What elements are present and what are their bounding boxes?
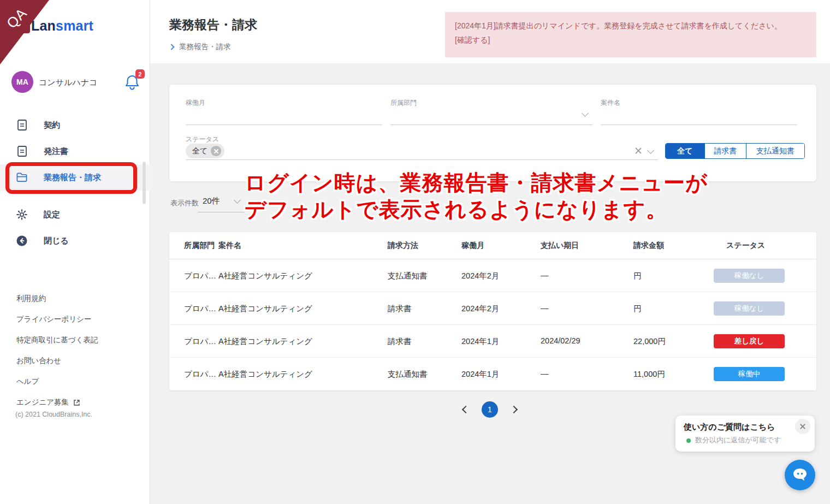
folder-icon [16,172,27,183]
project-name-label: 案件名 [601,98,620,108]
status-badge: 稼働中 [714,367,785,381]
cell-due-date: ― [541,304,549,312]
sidebar-menu: 契約 発注書 業務報告・請求 設定 [0,112,150,254]
sidebar-item-settings[interactable]: 設定 [0,201,150,228]
link-help[interactable]: ヘルプ [16,377,98,387]
cell-amount: 11,000円 [633,369,665,380]
doc-type-payment-notice-button[interactable]: 支払通知書 [746,144,804,158]
user-row: MA コンサルハナコ 2 [0,71,150,96]
cell-project: A社経営コンサルティング [218,336,312,347]
sidebar-item-close[interactable]: 閉じる [0,228,150,254]
status-badge: 差し戻し [714,334,785,348]
chat-tooltip-title: 使い方のご質問はこちら [684,422,775,432]
chat-tooltip[interactable]: 使い方のご質問はこちら 数分以内に返信が可能です [675,416,815,452]
chip-remove-icon[interactable] [211,146,221,156]
table-row[interactable]: プロパ… A社経営コンサルティング 支払通知書 2024年2月 ― 円 稼働なし [169,259,816,292]
notification-bell[interactable]: 2 [124,73,143,93]
col-amount: 請求金額 [633,241,664,251]
next-page-icon[interactable] [510,406,518,413]
per-page-chevron-down-icon[interactable] [234,197,241,204]
cell-project: A社経営コンサルティング [218,369,312,380]
avatar[interactable]: MA [11,71,33,93]
status-chip-label: 全て [192,146,208,156]
chat-launcher-button[interactable] [785,460,815,490]
sidebar-item-contract[interactable]: 契約 [0,112,150,138]
table-row[interactable]: プロパ… A社経営コンサルティング 請求書 2024年2月 ― 円 稼働なし [169,292,816,325]
sidebar-scrollbar[interactable] [143,162,146,204]
department-label: 所属部門 [390,98,417,108]
cell-method: 支払通知書 [388,271,428,281]
sidebar: Lansmart QA MA コンサルハナコ 2 契約 [0,0,150,504]
external-link-icon [73,399,80,406]
status-badge: 稼働なし [714,301,785,316]
link-commercial-transactions[interactable]: 特定商取引に基づく表記 [16,335,98,345]
brand-logo[interactable]: Lansmart [31,18,93,34]
gear-icon [16,209,27,220]
previous-page-icon[interactable] [462,406,470,413]
link-privacy-policy[interactable]: プライバシーポリシー [16,315,98,324]
page-title: 業務報告・請求 [169,16,257,33]
doc-type-all-button[interactable]: 全て [666,144,705,158]
cell-department: プロパ… [184,336,216,347]
sidebar-item-label: 設定 [44,210,60,220]
status-clear-icon[interactable] [635,147,642,155]
sidebar-item-purchase-order[interactable]: 発注書 [0,138,150,164]
reminder-banner: [2024年1月]請求書提出のリマインドです。業務登録を完成させて請求書を作成し… [445,12,816,57]
status-label: ステータス [186,135,219,144]
table-header-row: 所属部門 案件名 請求方法 稼働月 支払い期日 請求金額 ステータス [169,232,816,259]
chat-tooltip-subtitle: 数分以内に返信が可能です [695,435,781,445]
cell-amount: 22,000円 [633,336,666,347]
breadcrumb-item[interactable]: 業務報告・請求 [179,42,231,52]
per-page-select[interactable]: 20件 [203,196,220,206]
chat-tooltip-close-icon[interactable] [795,419,810,434]
cell-month: 2024年1月 [461,369,499,380]
link-terms[interactable]: 利用規約 [16,294,98,304]
link-engineer-recruiting-label: エンジニア募集 [16,398,69,407]
sidebar-item-label: 業務報告・請求 [44,173,101,183]
col-project: 案件名 [218,241,241,251]
breadcrumb: 業務報告・請求 [169,42,231,52]
cell-department: プロパ… [184,271,216,281]
cell-month: 2024年2月 [461,271,499,281]
status-chip[interactable]: 全て [186,144,224,158]
doc-type-segmented-control: 全て 請求書 支払通知書 [665,143,805,159]
cell-department: プロパ… [184,304,216,314]
working-month-label: 稼働月 [186,98,205,108]
project-name-input[interactable] [601,110,795,123]
sidebar-item-label: 閉じる [44,236,69,246]
cell-method: 請求書 [388,336,412,347]
table-row[interactable]: プロパ… A社経営コンサルティング 請求書 2024年1月 2024/02/29… [169,325,816,358]
online-status-dot [686,438,691,443]
cell-amount: 円 [633,304,642,314]
col-department: 所属部門 [184,241,215,251]
status-chevron-down-icon[interactable] [647,147,654,154]
doc-type-invoice-button[interactable]: 請求書 [705,144,746,158]
breadcrumb-chevron-icon [168,44,174,50]
cell-due-date: 2024/02/29 [541,336,580,345]
department-chevron-down-icon[interactable] [582,110,589,117]
brand-logo-smart: smart [56,18,93,33]
cell-due-date: ― [541,271,549,280]
copyright: (c) 2021 CloudBrains,Inc. [15,411,92,418]
reminder-banner-text: [2024年1月]請求書提出のリマインドです。業務登録を完成させて請求書を作成し… [455,19,807,33]
working-month-input[interactable] [186,110,380,123]
reminder-banner-confirm-link[interactable]: [確認する] [455,33,807,48]
sidebar-item-label: 契約 [44,120,60,131]
col-month: 稼働月 [461,241,484,251]
sidebar-item-work-report-invoice[interactable]: 業務報告・請求 [0,164,150,191]
invoices-table: 所属部門 案件名 請求方法 稼働月 支払い期日 請求金額 ステータス プロパ… … [169,232,816,390]
link-contact[interactable]: お問い合わせ [16,356,98,366]
department-select[interactable] [390,110,576,123]
cell-project: A社経営コンサルティング [218,271,312,281]
cell-department: プロパ… [184,369,216,380]
current-page-button[interactable]: 1 [482,401,498,418]
cell-method: 請求書 [388,304,412,314]
cell-due-date: ― [541,369,549,378]
col-status: ステータス [726,241,765,251]
brand-logo-lan: Lan [31,18,56,33]
filter-card: 稼働月 所属部門 案件名 ステータス 全て 全て 請求書 支払通知書 [169,85,816,181]
document-icon [16,146,27,157]
table-row[interactable]: プロパ… A社経営コンサルティング 支払通知書 2024年1月 ― 11,000… [169,358,816,390]
link-engineer-recruiting[interactable]: エンジニア募集 [16,398,98,407]
col-due-date: 支払い期日 [541,241,579,251]
